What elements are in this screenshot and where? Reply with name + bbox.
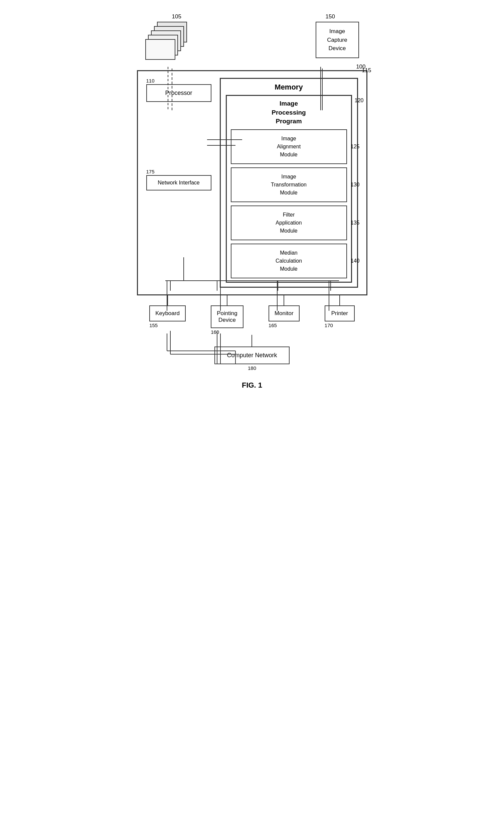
ref-120-label: 120 [355, 98, 364, 104]
filter-application-module-label: FilterApplicationModule [276, 212, 302, 234]
left-spacer [146, 102, 211, 169]
processor-label: Processor [165, 90, 192, 96]
image-transformation-module-box: ImageTransformationModule 130 [231, 167, 347, 202]
image-stack-area: 105 [145, 17, 189, 65]
ipp-title: ImageProcessingProgram [231, 99, 347, 126]
top-area: 105 150 ImageCaptureDevice [132, 7, 372, 65]
computer-network-box: Computer Network [214, 347, 289, 364]
pointing-device-box: PointingDevice [211, 305, 243, 328]
stack-card-5 [145, 39, 175, 60]
printer-col: Printer 170 [325, 295, 355, 335]
ref-180-label: 180 [248, 365, 256, 371]
filter-application-module-box: FilterApplicationModule 135 [231, 206, 347, 240]
image-alignment-module-label: ImageAlignmentModule [277, 136, 301, 157]
image-transformation-module-label: ImageTransformationModule [271, 174, 307, 195]
keyboard-connector-top [167, 295, 168, 305]
image-capture-device-box: ImageCaptureDevice [316, 22, 359, 58]
median-calculation-module-box: MedianCalculationModule 140 [231, 244, 347, 278]
processor-box: Processor [146, 84, 211, 102]
image-capture-area: 150 ImageCaptureDevice [316, 17, 359, 58]
network-interface-area: 175 Network Interface [146, 169, 211, 190]
pointing-device-connector-top [227, 295, 227, 305]
system-box: 115 110 Processor 175 [137, 70, 367, 295]
ref-170-label: 170 [325, 322, 333, 328]
keyboard-col: Keyboard 155 [149, 295, 186, 335]
printer-box: Printer [325, 305, 355, 321]
ref-155-label: 155 [149, 322, 158, 328]
system-inner: 110 Processor 175 Network Interface [146, 78, 358, 288]
keyboard-box: Keyboard [149, 305, 186, 321]
printer-connector-top [339, 295, 340, 305]
ref-135-label: 135 [351, 219, 360, 227]
ref-160-label: 160 [211, 329, 219, 335]
ref-130-label: 130 [351, 181, 360, 189]
monitor-box: Monitor [269, 305, 300, 321]
computer-network-label: Computer Network [227, 352, 277, 359]
ipp-label: ImageProcessingProgram [272, 100, 306, 125]
ref-125-label: 125 [351, 143, 360, 151]
keyboard-label: Keyboard [155, 310, 180, 316]
monitor-label: Monitor [275, 310, 294, 316]
ref-105-label: 105 [172, 13, 181, 20]
monitor-col: Monitor 165 [269, 295, 300, 335]
computer-network-connector-top [251, 335, 252, 347]
network-interface-label: Network Interface [158, 180, 199, 185]
computer-network-col: Computer Network 180 [214, 335, 289, 371]
processor-area: 110 Processor [146, 78, 211, 102]
memory-area: Memory 120 ImageProcessingProgram ImageA… [220, 78, 358, 288]
bottom-devices-row: Keyboard 155 PointingDevice 160 Monitor … [132, 295, 372, 335]
left-column: 110 Processor 175 Network Interface [146, 78, 211, 190]
pointing-device-col: PointingDevice 160 [211, 295, 243, 335]
image-capture-device-label: ImageCaptureDevice [327, 28, 347, 51]
image-stack [145, 22, 189, 65]
ipp-box: 120 ImageProcessingProgram ImageAlignmen… [226, 95, 352, 283]
network-interface-box: Network Interface [146, 175, 211, 190]
image-alignment-module-box: ImageAlignmentModule 125 [231, 129, 347, 164]
ref-150-label: 150 [326, 13, 335, 20]
ref-110-label: 110 [146, 78, 211, 84]
pointing-device-label: PointingDevice [217, 310, 237, 323]
printer-label: Printer [331, 310, 348, 316]
ref-115-label: 115 [362, 67, 371, 74]
monitor-connector-top [284, 295, 284, 305]
ref-165-label: 165 [269, 322, 277, 328]
memory-box: Memory 120 ImageProcessingProgram ImageA… [220, 78, 358, 288]
memory-title: Memory [226, 83, 352, 92]
diagram-page: 105 150 ImageCaptureDevice 100 115 [132, 7, 372, 390]
computer-network-row: Computer Network 180 [132, 335, 372, 371]
fig-label: FIG. 1 [132, 381, 372, 390]
ref-175-label: 175 [146, 169, 211, 174]
median-calculation-module-label: MedianCalculationModule [276, 250, 302, 272]
ref-140-label: 140 [351, 257, 360, 265]
